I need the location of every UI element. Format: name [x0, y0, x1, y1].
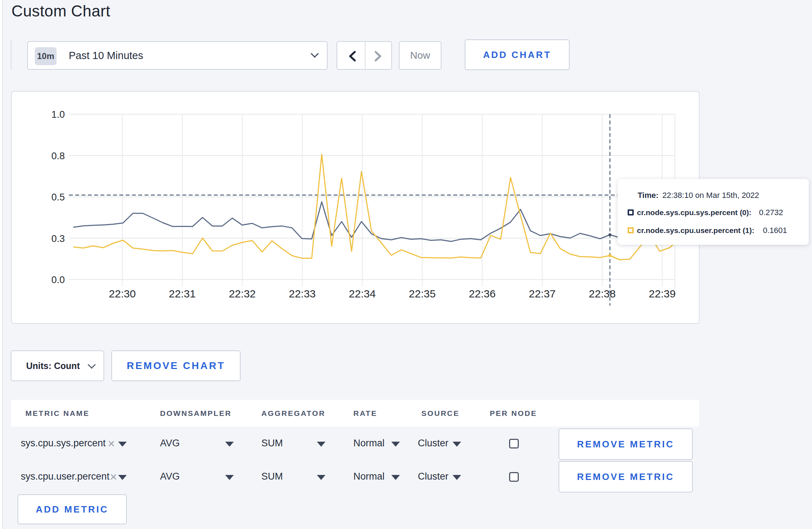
- svg-text:22:31: 22:31: [169, 288, 196, 300]
- svg-text:22:32: 22:32: [229, 288, 256, 300]
- svg-text:22:36: 22:36: [469, 288, 496, 300]
- svg-text:22:39: 22:39: [649, 288, 676, 300]
- svg-text:22:33: 22:33: [289, 288, 316, 300]
- svg-text:22:38: 22:38: [589, 288, 616, 300]
- svg-text:22:34: 22:34: [349, 288, 376, 300]
- svg-text:22:35: 22:35: [409, 288, 436, 300]
- svg-text:0.0: 0.0: [51, 275, 65, 285]
- svg-text:0.3: 0.3: [51, 233, 65, 244]
- svg-text:1.0: 1.0: [51, 109, 65, 120]
- svg-text:22:37: 22:37: [529, 288, 556, 300]
- svg-text:22:30: 22:30: [109, 288, 136, 300]
- svg-text:0.8: 0.8: [51, 151, 65, 161]
- svg-text:0.5: 0.5: [51, 192, 65, 203]
